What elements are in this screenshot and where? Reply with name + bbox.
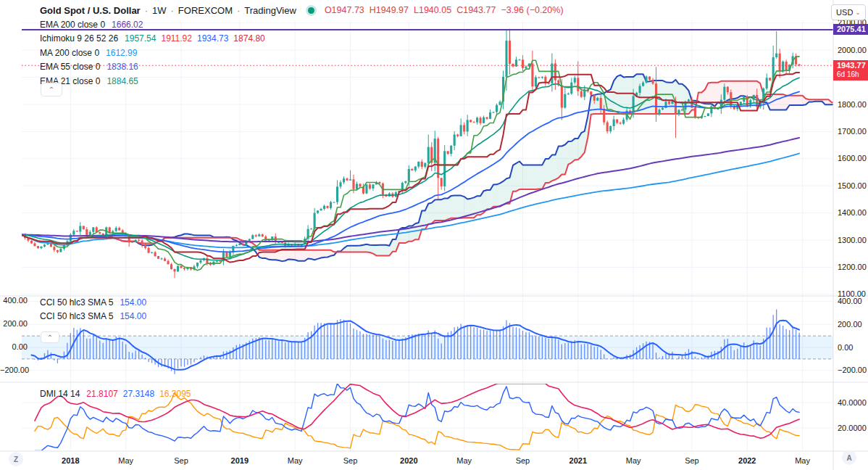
title-separator: · xyxy=(171,5,174,16)
indicator-legend-value: 1911.92 xyxy=(161,33,192,44)
left-axis-label: −200.00 xyxy=(0,366,28,375)
dmi-legend-row[interactable]: DMI 14 1421.810727.314816.3095 xyxy=(40,387,196,401)
price-axis-label: 1300.00 xyxy=(838,236,867,245)
ohlc-value: H1949.97 xyxy=(370,5,409,15)
ohlc-value: −3.96 (−0.20%) xyxy=(501,5,563,15)
chevron-down-icon: ⌄ xyxy=(855,9,861,16)
price-axis-label: 20.0000 xyxy=(838,424,867,433)
price-axis-label: 1800.00 xyxy=(838,100,867,110)
indicator-legend-value: 1957.54 xyxy=(125,33,156,44)
indicator-legend-value: 1838.16 xyxy=(107,62,138,72)
left-axis-label: 0.00 xyxy=(0,342,28,352)
title-separator: · xyxy=(145,5,148,16)
price-axis-label: 2000.00 xyxy=(838,46,867,55)
time-axis-label: 2020 xyxy=(393,456,425,465)
time-axis-label: Sep xyxy=(165,456,197,465)
legend-main-pane: EMA 200 close 01666.02Ichimoku 9 26 52 2… xyxy=(40,17,270,88)
dmi-legend-value: 27.3148 xyxy=(123,389,154,399)
bar-countdown: 6d 16h xyxy=(837,70,868,79)
time-axis-label: May xyxy=(110,456,142,465)
price-axis-label: 0.00 xyxy=(838,343,853,352)
ath-price-badge: 2075.41 xyxy=(833,24,868,35)
cci-legend-value: 154.00 xyxy=(120,311,146,321)
time-axis-label: 2019 xyxy=(224,456,256,465)
collapse-legend-button[interactable]: ⌃ xyxy=(41,83,62,96)
price-axis-label: 1600.00 xyxy=(838,154,867,163)
indicator-legend-value: 1934.73 xyxy=(197,33,228,44)
time-axis-label: May xyxy=(279,456,311,465)
time-axis-label: 2021 xyxy=(562,456,594,465)
time-axis-label: Sep xyxy=(506,456,538,465)
currency-label: USD xyxy=(836,8,853,17)
ohlc-value: L1940.05 xyxy=(414,5,451,15)
platform-label: TradingView xyxy=(244,5,296,16)
price-axis-label: −200.00 xyxy=(838,366,867,375)
exchange-label: FOREXCOM xyxy=(178,5,233,16)
indicator-legend-value: 1884.65 xyxy=(107,76,138,86)
price-axis-label: 1400.00 xyxy=(838,208,867,218)
price-axis-label: 1200.00 xyxy=(838,263,867,272)
last-price-value: 1943.77 xyxy=(837,60,868,70)
legend-cci-pane: CCI 50 hlc3 SMA 5154.00CCI 50 hlc3 SMA 5… xyxy=(40,295,151,323)
cci-legend-label: CCI 50 hlc3 SMA 5 xyxy=(40,297,113,308)
left-axis-label: 200.00 xyxy=(0,319,28,329)
dmi-legend-value: 21.8107 xyxy=(86,389,117,399)
symbol-title[interactable]: Gold Spot / U.S. Dollar xyxy=(40,5,141,16)
price-axis-label: 400.00 xyxy=(838,297,862,306)
timezone-chip-button[interactable]: Z xyxy=(9,452,23,466)
time-axis-label: 2022 xyxy=(731,456,763,465)
indicator-legend-label: Ichimoku 9 26 52 26 xyxy=(40,33,118,44)
interval-label[interactable]: 1W xyxy=(152,5,167,16)
time-axis-label: Sep xyxy=(334,456,366,465)
time-axis-label: Sep xyxy=(676,456,708,465)
indicator-legend-label: EMA 55 close 0 xyxy=(40,62,100,72)
price-axis-label: 1700.00 xyxy=(838,127,867,136)
price-axis-label: 1500.00 xyxy=(838,181,867,191)
indicator-legend-row[interactable]: EMA 200 close 01666.02 xyxy=(40,17,270,32)
indicator-legend-value: 1874.80 xyxy=(233,33,264,44)
collapse-cci-legend-button[interactable]: ⌃ xyxy=(41,331,59,343)
currency-toggle-button[interactable]: USD ⌄ xyxy=(831,4,866,20)
ohlc-value: C1943.77 xyxy=(456,5,496,15)
title-separator: · xyxy=(237,5,240,16)
symbol-header[interactable]: Gold Spot / U.S. Dollar·1W·FOREXCOM·Trad… xyxy=(40,4,569,17)
indicator-legend-label: EMA 200 close 0 xyxy=(40,20,105,30)
price-axis-label: 40.0000 xyxy=(838,398,867,408)
last-price-badge: 1943.77 6d 16h xyxy=(833,60,868,81)
time-axis-label: May xyxy=(787,456,819,465)
indicator-legend-value: 1612.99 xyxy=(106,48,137,58)
left-axis-label: 400.00 xyxy=(0,296,28,305)
cci-legend-label: CCI 50 hlc3 SMA 5 xyxy=(40,311,113,321)
indicator-legend-row[interactable]: EMA 21 close 01884.65 xyxy=(40,74,270,88)
cci-legend-row[interactable]: CCI 50 hlc3 SMA 5154.00 xyxy=(40,310,151,324)
time-axis-label: May xyxy=(617,456,649,465)
cci-legend-row[interactable]: CCI 50 hlc3 SMA 5154.00 xyxy=(40,295,151,310)
indicator-legend-value: 1666.02 xyxy=(112,20,143,30)
dmi-legend-value: 16.3095 xyxy=(159,389,191,399)
indicator-legend-label: MA 200 close 0 xyxy=(40,48,99,58)
auto-scale-chip-button[interactable]: A xyxy=(842,450,856,465)
indicator-legend-row[interactable]: MA 200 close 01612.99 xyxy=(40,46,270,60)
dmi-legend-label: DMI 14 14 xyxy=(40,389,80,399)
market-status-icon[interactable] xyxy=(308,7,314,14)
legend-dmi-pane: DMI 14 1421.810727.314816.3095 xyxy=(40,387,196,401)
price-axis-label: 200.00 xyxy=(838,320,862,329)
ohlc-value: O1947.73 xyxy=(325,5,364,15)
indicator-legend-row[interactable]: EMA 55 close 01838.16 xyxy=(40,60,270,75)
indicator-legend-row[interactable]: Ichimoku 9 26 52 261957.541911.921934.73… xyxy=(40,32,270,46)
tradingview-chart-window: Gold Spot / U.S. Dollar·1W·FOREXCOM·Trad… xyxy=(0,0,868,470)
time-axis-label: May xyxy=(448,456,480,465)
time-axis-label: 2018 xyxy=(54,456,86,465)
cci-legend-value: 154.00 xyxy=(120,297,146,308)
